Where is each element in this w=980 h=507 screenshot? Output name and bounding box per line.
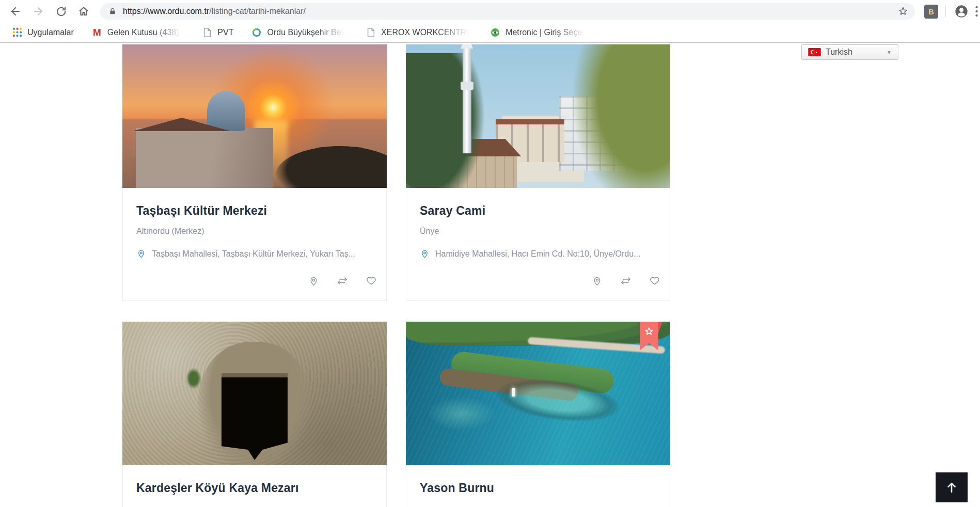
image-shape-lighthouse [512, 388, 515, 397]
language-selector[interactable]: Turkish ▼ [801, 44, 898, 60]
ordu-ring-icon [251, 27, 262, 38]
scroll-to-top-button[interactable] [936, 472, 968, 502]
turkish-flag-icon [808, 48, 821, 56]
favorite-button[interactable] [648, 274, 661, 288]
forward-button[interactable] [29, 2, 48, 21]
image-shape-minaret [463, 44, 471, 153]
card-info: Saray Cami Ünye Hamidiye Mahallesi, Hacı… [406, 188, 670, 301]
map-pin-icon [592, 275, 603, 287]
url-text[interactable]: https://www.ordu.com.tr/listing-cat/tari… [123, 7, 897, 16]
card-address: Hamidiye Mahallesi, Hacı Emin Cd. No:10,… [420, 248, 657, 259]
card-district: Altınordu (Merkez) [136, 227, 374, 236]
page-icon [365, 27, 376, 38]
image-shape-tree-left [406, 53, 485, 188]
card-address-text: Taşbaşı Mahallesi, Taşbaşı Kültür Merkez… [152, 249, 355, 259]
image-shape-cape [450, 351, 615, 395]
bookmark-ordu-buyuksehir[interactable]: Ordu Büyükşehir Bele [249, 25, 350, 40]
metronic-icon [489, 27, 501, 38]
card-actions [590, 274, 661, 288]
featured-ribbon-fold [658, 322, 662, 333]
featured-star-icon [643, 326, 655, 337]
reload-icon [55, 6, 67, 18]
address-bar[interactable]: https://www.ordu.com.tr/listing-cat/tari… [100, 3, 915, 20]
url-host: https://www.ordu.com.tr [123, 7, 209, 15]
home-icon [77, 5, 90, 18]
card-image-mosque[interactable] [406, 44, 670, 188]
apps-grid-icon [11, 27, 23, 38]
image-shape-church [136, 128, 273, 188]
map-pin-icon [308, 275, 319, 287]
reload-button[interactable] [52, 2, 70, 21]
image-shape-shallow-water [427, 397, 496, 431]
image-shape-trees [275, 146, 387, 188]
back-arrow-icon [9, 5, 22, 18]
card-address: Taşbaşı Mahallesi, Taşbaşı Kültür Merkez… [136, 248, 374, 259]
up-arrow-icon [945, 481, 958, 494]
card-title[interactable]: Yason Burnu [420, 481, 657, 495]
card-title[interactable]: Saray Cami [420, 203, 657, 218]
bookmark-label: Ordu Büyükşehir Bele [267, 28, 347, 37]
lock-icon [108, 7, 117, 15]
listing-card-yason: Yason Burnu [406, 322, 670, 507]
url-path: /listing-cat/tarihi-mekanlar/ [209, 7, 306, 15]
bookmark-uygulamalar[interactable]: Uygulamalar [9, 25, 76, 40]
bookmark-star-icon[interactable] [897, 6, 909, 17]
bookmark-label: Gelen Kutusu (438) - [107, 28, 184, 37]
location-pin-icon [420, 248, 430, 259]
chevron-down-icon: ▼ [887, 50, 892, 55]
profile-button[interactable] [952, 2, 971, 21]
listing-card-saray-cami: Saray Cami Ünye Hamidiye Mahallesi, Hacı… [406, 44, 670, 301]
home-button[interactable] [74, 2, 93, 21]
card-district: Ünye [420, 227, 657, 236]
card-info: Taşbaşı Kültür Merkezi Altınordu (Merkez… [122, 188, 387, 301]
bookmark-label: PVT [217, 28, 233, 37]
compare-arrows-icon [336, 275, 349, 287]
card-address-text: Hamidiye Mahallesi, Hacı Emin Cd. No:10,… [435, 249, 640, 259]
bookmark-metronic[interactable]: Metronic | Giriş Seçen [487, 25, 589, 40]
bookmark-label: Uygulamalar [27, 28, 74, 37]
bookmarks-bar: Uygulamalar M Gelen Kutusu (438) - PVT O… [0, 23, 980, 43]
map-button[interactable] [307, 274, 320, 288]
card-info: Kardeşler Köyü Kaya Mezarı [122, 465, 387, 507]
featured-ribbon-body [640, 322, 658, 351]
image-shape-plant [186, 368, 201, 389]
bookmark-label: XEROX WORKCENTRE [381, 28, 472, 37]
favorite-button[interactable] [365, 274, 378, 288]
gmail-icon: M [91, 27, 103, 38]
bookmark-label: Metronic | Giriş Seçen [505, 28, 587, 37]
card-image-rock-tomb[interactable] [122, 322, 387, 465]
compare-button[interactable] [336, 274, 349, 288]
card-image-sunset-church[interactable] [122, 44, 387, 188]
page-content: Turkish ▼ Taşbaşı Kültür Merkezi Altınor… [0, 44, 980, 507]
listing-card-kardesler: Kardeşler Köyü Kaya Mezarı [122, 322, 387, 507]
bookmark-gelen-kutusu[interactable]: M Gelen Kutusu (438) - [89, 25, 186, 40]
compare-button[interactable] [619, 274, 633, 288]
forward-arrow-icon [32, 5, 44, 18]
card-title[interactable]: Kardeşler Köyü Kaya Mezarı [136, 481, 374, 495]
card-title[interactable]: Taşbaşı Kültür Merkezi [136, 203, 374, 218]
bookmark-pvt[interactable]: PVT [199, 25, 235, 40]
browser-toolbar: https://www.ordu.com.tr/listing-cat/tari… [0, 0, 980, 23]
page-icon [201, 27, 213, 38]
kebab-menu-icon [975, 6, 978, 17]
language-selector-value: Turkish [826, 47, 852, 57]
bookmark-xerox[interactable]: XEROX WORKCENTRE [363, 25, 474, 40]
compare-arrows-icon [619, 275, 633, 287]
map-button[interactable] [590, 274, 604, 288]
image-shape-tree-right [571, 44, 670, 188]
toolbar-divider [945, 6, 946, 17]
card-actions [307, 274, 378, 288]
location-pin-icon [136, 248, 146, 259]
back-button[interactable] [6, 2, 25, 21]
browser-menu-button[interactable] [971, 2, 980, 21]
heart-icon [649, 275, 661, 287]
featured-ribbon [640, 322, 662, 351]
heart-icon [365, 275, 377, 287]
profile-avatar-icon [954, 4, 969, 19]
listing-grid: Taşbaşı Kültür Merkezi Altınordu (Merkez… [122, 44, 670, 507]
extension-b-icon[interactable]: B [924, 5, 938, 19]
listing-card-tasbasi: Taşbaşı Kültür Merkezi Altınordu (Merkez… [122, 44, 387, 301]
card-image-cape-aerial[interactable] [406, 322, 670, 465]
card-info: Yason Burnu [406, 465, 670, 507]
